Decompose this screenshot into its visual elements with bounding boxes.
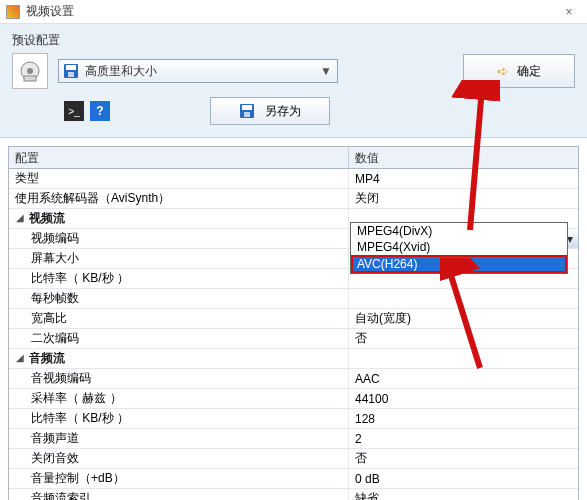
row-value: 2 [355,432,362,446]
svg-rect-4 [66,65,76,70]
disk-icon [63,63,79,79]
row-label: 类型 [15,170,39,187]
preset-select[interactable]: 高质里和大小 ▼ [58,59,338,83]
saveas-button-label: 另存为 [265,103,301,120]
row-label: 视频编码 [31,230,79,247]
codec-dropdown-popup[interactable]: MPEG4(DivX)MPEG4(Xvid)AVC(H264) [350,222,568,274]
svg-rect-8 [244,112,250,117]
help-icon[interactable]: ? [90,101,110,121]
row-value: 0 dB [355,472,380,486]
row-label: 屏幕大小 [31,250,79,267]
expander-icon[interactable]: ◢ [15,354,25,364]
table-row[interactable]: 音频声道2 [9,429,578,449]
svg-point-1 [27,68,33,74]
table-row[interactable]: 类型MP4 [9,169,578,189]
table-row[interactable]: 音量控制（+dB）0 dB [9,469,578,489]
row-label: 音量控制（+dB） [31,470,125,487]
app-icon [6,5,20,19]
table-row[interactable]: 音视频编码AAC [9,369,578,389]
console-icon[interactable]: >_ [64,101,84,121]
table-row[interactable]: 关闭音效否 [9,449,578,469]
row-value: 自动(宽度) [355,310,411,327]
settings-grid: 配置 数值 类型MP4使用系统解码器（AviSynth）关闭◢视频流视频编码MP… [8,146,579,500]
column-header-config[interactable]: 配置 [9,147,349,168]
row-value: 缺省 [355,490,379,500]
arrow-right-icon: ➪ [497,63,509,79]
close-button[interactable]: × [557,5,581,19]
row-label: 二次编码 [31,330,79,347]
row-label: 音视频编码 [31,370,91,387]
expander-icon[interactable]: ◢ [15,214,25,224]
table-row[interactable]: ◢音频流 [9,349,578,369]
group-label: 音频流 [29,350,65,367]
dropdown-option[interactable]: AVC(H264) [351,255,567,273]
column-header-value[interactable]: 数值 [349,147,578,168]
row-value: 128 [355,412,375,426]
svg-rect-7 [242,105,252,110]
table-row[interactable]: 每秒帧数 [9,289,578,309]
row-value: 44100 [355,392,388,406]
row-value: AAC [355,372,380,386]
svg-rect-5 [68,72,74,77]
row-label: 比特率（ KB/秒 ） [31,410,129,427]
preset-icon [12,53,48,89]
group-label: 视频流 [29,210,65,227]
chevron-down-icon: ▼ [319,64,333,78]
table-row[interactable]: 使用系统解码器（AviSynth）关闭 [9,189,578,209]
ok-button[interactable]: ➪ 确定 [463,54,575,88]
row-value: 否 [355,450,367,467]
row-label: 比特率（ KB/秒 ） [31,270,129,287]
dropdown-option[interactable]: MPEG4(Xvid) [351,239,567,255]
table-row[interactable]: 二次编码否 [9,329,578,349]
row-label: 宽高比 [31,310,67,327]
svg-rect-2 [24,76,36,81]
row-label: 音频声道 [31,430,79,447]
table-row[interactable]: 采样率（ 赫兹 ）44100 [9,389,578,409]
saveas-button[interactable]: 另存为 [210,97,330,125]
row-label: 使用系统解码器（AviSynth） [15,190,170,207]
save-icon [239,103,255,119]
preset-label: 预设配置 [12,32,575,49]
preset-selected-text: 高质里和大小 [85,63,319,80]
row-label: 音频流索引 [31,490,91,500]
row-value: 关闭 [355,190,379,207]
dropdown-option[interactable]: MPEG4(DivX) [351,223,567,239]
row-value: MP4 [355,172,380,186]
row-value: 否 [355,330,367,347]
table-row[interactable]: 宽高比自动(宽度) [9,309,578,329]
row-label: 每秒帧数 [31,290,79,307]
row-label: 关闭音效 [31,450,79,467]
table-row[interactable]: 比特率（ KB/秒 ）128 [9,409,578,429]
row-label: 采样率（ 赫兹 ） [31,390,122,407]
table-row[interactable]: 音频流索引缺省 [9,489,578,500]
window-title: 视频设置 [26,3,557,20]
ok-button-label: 确定 [517,63,541,80]
